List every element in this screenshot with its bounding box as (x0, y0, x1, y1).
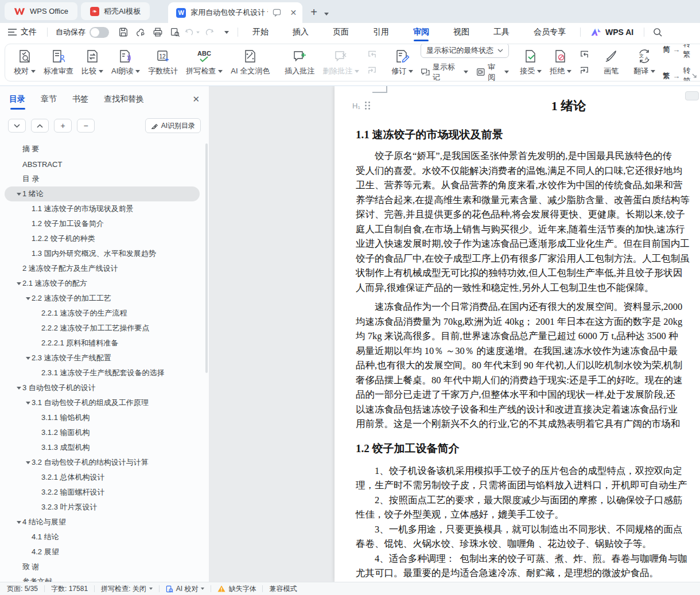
export-pdf-button[interactable] (132, 25, 149, 39)
tab-wps-home[interactable]: WPS Office (5, 2, 77, 20)
track-changes-button[interactable]: 修订 (387, 45, 417, 80)
autosave-toggle[interactable] (90, 27, 109, 38)
standard-review-button[interactable]: 标准审查 (40, 45, 77, 80)
toc-collapse-arrow-icon[interactable] (24, 461, 32, 464)
search-icon[interactable] (649, 25, 666, 39)
toc-item[interactable]: 2.3 速冻饺子生产线配置 (5, 351, 209, 365)
toc-collapse-arrow-icon[interactable] (15, 521, 22, 524)
previous-change-icon[interactable] (578, 49, 590, 60)
simplified-to-traditional-button[interactable]: 简→ 转繁 (663, 44, 690, 60)
menu-item[interactable]: 会员专享 (522, 23, 578, 41)
ai-polish-button[interactable]: AI 全文润色 (227, 45, 274, 80)
sidebar-tab-find-replace[interactable]: 查找和替换 (104, 94, 144, 104)
toc-item[interactable]: 3.1.1 输馅机构 (5, 410, 209, 425)
toc-item[interactable]: 2.1 速冻饺子的配方 (5, 276, 209, 291)
compare-button[interactable]: 比较 (77, 45, 107, 80)
toc-collapse-arrow-icon[interactable] (15, 282, 22, 285)
page-indicator[interactable]: 页面: 5/35 (7, 584, 38, 594)
toc-collapse-arrow-icon[interactable] (15, 193, 22, 196)
previous-comment-icon[interactable] (365, 49, 378, 60)
zoom-out-outline-button[interactable]: − (77, 119, 95, 133)
document-text[interactable]: 1 绪论 1.1 速冻饺子的市场现状及前景 饺子原名“娇耳”,是我国医圣张仲景首… (356, 86, 700, 581)
toc-item[interactable]: 3.2.3 叶片泵设计 (5, 500, 209, 515)
document-page[interactable]: H₁ 1 绪论 1.1 速冻饺子的市场现状及前景 饺子原名“娇耳”,是我国医圣张… (335, 86, 700, 582)
toc-item[interactable]: 致 谢 (5, 559, 209, 574)
toc-item[interactable]: 目 录 (5, 172, 209, 186)
print-preview-button[interactable] (166, 25, 184, 39)
menu-item[interactable]: 审阅 (401, 23, 441, 41)
toc-item[interactable]: 3.1 自动包饺子机的组成及工作原理 (5, 395, 209, 410)
comment-bubble-icon[interactable] (273, 9, 281, 17)
missing-font-warning[interactable]: 缺失字体 (217, 584, 256, 594)
toc-item[interactable]: 4 结论与展望 (5, 515, 209, 530)
toc-item[interactable]: 4.1 结论 (5, 530, 209, 545)
review-mode-button[interactable]: 审阅 (476, 62, 510, 82)
toc-collapse-arrow-icon[interactable] (24, 357, 32, 360)
ai-recognize-toc-button[interactable]: AI识别目录 (145, 118, 201, 133)
toc-item[interactable]: 2 速冻饺子配方及生产线设计 (5, 261, 209, 276)
toc-item[interactable]: 1.2 饺子加工设备简介 (5, 216, 209, 231)
proofread-button[interactable]: 校对 (10, 45, 40, 80)
next-change-icon[interactable] (578, 65, 590, 76)
save-button[interactable] (115, 25, 132, 39)
spell-check-button[interactable]: ABC 拼写检查 (182, 45, 227, 80)
file-menu[interactable]: 文件 (0, 27, 45, 37)
toc-item[interactable]: 1.2.2 饺子机的种类 (5, 231, 209, 246)
close-tab-icon[interactable]: ✕ (290, 8, 297, 17)
toc-item[interactable]: 3.1.3 成型机构 (5, 440, 209, 455)
undo-button[interactable] (184, 25, 201, 39)
toc-item[interactable]: 4.2 展望 (5, 545, 209, 559)
delete-comment-button[interactable]: 删除批注 (318, 45, 363, 80)
toc-item[interactable]: 参考文献 (5, 574, 209, 582)
toc-item[interactable]: 2.3.1 速冻饺子生产线配套设备的选择 (5, 365, 209, 380)
menu-item[interactable]: 页面 (321, 23, 361, 41)
toc-item[interactable]: 2.2 速冻饺子的加工工艺 (5, 291, 209, 306)
word-count-button[interactable]: 12 字数统计 (144, 45, 182, 80)
toc-item[interactable]: 1.3 国内外研究概况、水平和发展趋势 (5, 246, 209, 261)
menu-item[interactable]: 视图 (441, 23, 481, 41)
toc-item[interactable]: 3.2.2 输面螺杆设计 (5, 485, 209, 500)
menu-item[interactable]: 开始 (240, 23, 281, 41)
sidebar-tab-bookmarks[interactable]: 书签 (72, 94, 88, 104)
ai-read-aloud-button[interactable]: AI朗读 (107, 45, 144, 80)
toc-item[interactable]: 2.2.2.1 原料和辅料准备 (5, 336, 209, 351)
ink-brush-button[interactable]: 画笔 (600, 45, 623, 80)
undo-redo-dropdown-icon[interactable] (218, 25, 235, 39)
toc-collapse-arrow-icon[interactable] (24, 297, 32, 300)
menu-item[interactable]: 工具 (481, 23, 522, 41)
toc-item[interactable]: 2.2.2 速冻饺子加工工艺操作要点 (5, 321, 209, 336)
toc-item[interactable]: 摘 要 (5, 142, 209, 157)
ai-proofread-status[interactable]: AI 校对 (166, 584, 205, 594)
print-button[interactable] (149, 25, 166, 39)
translate-button[interactable]: 文A 翻译 (629, 45, 659, 80)
toc-item[interactable]: 3.2.1 总体机构设计 (5, 470, 209, 485)
toc-item[interactable]: ABSTRACT (5, 157, 209, 172)
toc-collapse-arrow-icon[interactable] (24, 402, 32, 405)
zoom-in-outline-button[interactable]: + (54, 119, 72, 133)
spell-check-status[interactable]: 拼写检查: 关闭 (101, 584, 153, 594)
tab-docer-templates[interactable]: ❧ 稻壳AI模板 (81, 2, 150, 20)
markup-state-select[interactable]: 显示标记的最终状态 (421, 44, 509, 58)
toc-item[interactable]: 2.2.1 速冻饺子的生产流程 (5, 306, 209, 321)
redo-button[interactable] (201, 25, 218, 39)
menu-item[interactable]: 插入 (281, 23, 321, 41)
scroll-top-widget[interactable] (685, 91, 699, 100)
word-count-indicator[interactable]: 字数: 17581 (51, 584, 88, 594)
sidebar-tab-chapters[interactable]: 章节 (41, 94, 57, 104)
expand-all-button[interactable] (31, 119, 49, 133)
reject-change-button[interactable]: 拒绝 (546, 45, 575, 80)
toc-item[interactable]: 1 绪论 (5, 186, 200, 201)
toc-item[interactable]: 3.1.2 输面机构 (5, 425, 209, 440)
toc-item[interactable]: 3 自动包饺子机的设计 (5, 380, 209, 395)
next-comment-icon[interactable] (365, 65, 378, 76)
toc-item[interactable]: 3.2 自动包饺子机的结构设计与计算 (5, 455, 209, 470)
sidebar-tab-contents[interactable]: 目录 (9, 94, 25, 104)
show-markup-button[interactable]: 显示标记 (421, 62, 468, 82)
toc-collapse-arrow-icon[interactable] (15, 387, 22, 390)
collapse-all-button[interactable] (8, 119, 26, 133)
toc-item[interactable]: 1.1 速冻饺子的市场现状及前景 (5, 201, 209, 216)
accept-change-button[interactable]: 接受 (516, 45, 546, 80)
tab-list-dropdown-icon[interactable] (324, 7, 329, 18)
new-tab-button[interactable]: + (310, 6, 317, 19)
wps-ai-button[interactable]: WPS AI (583, 28, 641, 37)
